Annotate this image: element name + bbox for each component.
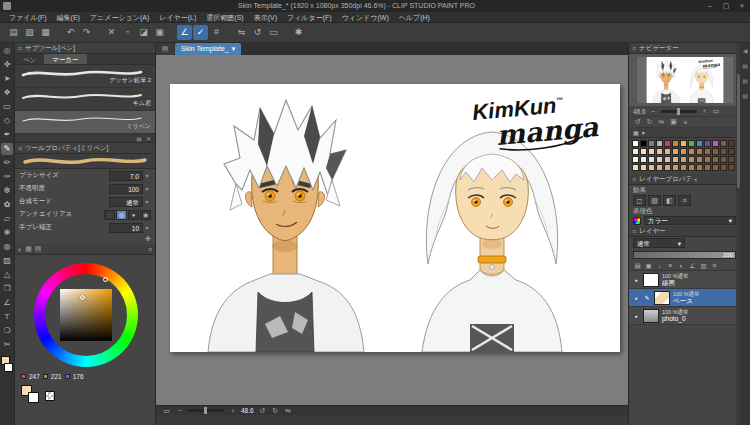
menu-item-5[interactable]: 表示(V)	[249, 12, 282, 23]
panel-menu-icon[interactable]: ≡	[148, 246, 152, 253]
color-swatch-30[interactable]	[664, 156, 671, 163]
color-swatch-20[interactable]	[688, 148, 695, 155]
menu-item-4[interactable]: 選択範囲(S)	[201, 12, 248, 23]
invert-selection-button[interactable]: ◪	[136, 25, 151, 40]
zoom-in-icon[interactable]: ＋	[700, 106, 709, 116]
sub-color-swatch[interactable]	[4, 363, 13, 372]
color-swatch-13[interactable]	[632, 148, 639, 155]
color-swatch-43[interactable]	[664, 164, 671, 171]
antialias-weak-button[interactable]: ◎	[116, 210, 127, 220]
expression-color-select[interactable]: カラー ▾	[644, 216, 736, 225]
color-swatch-48[interactable]	[704, 164, 711, 171]
color-slider-tab-icon[interactable]: ▤	[35, 245, 42, 253]
document-tab[interactable]: Skin Template_ ▾	[175, 43, 241, 55]
move-tool[interactable]: ✜	[1, 59, 13, 71]
flip-horizontal-icon[interactable]: ⇋	[284, 407, 293, 415]
color-swatch-14[interactable]	[640, 148, 647, 155]
color-swatch-38[interactable]	[728, 156, 735, 163]
panel-menu-icon[interactable]: ≡	[632, 45, 636, 52]
maximize-button[interactable]: ▢	[718, 0, 734, 12]
chevron-down-icon[interactable]: ▾	[143, 224, 151, 231]
fit-view-icon[interactable]: ▭	[162, 407, 171, 415]
menu-item-6[interactable]: フィルター(F)	[282, 12, 337, 23]
merge-down-icon[interactable]: ≡	[666, 261, 675, 270]
color-swatch-28[interactable]	[648, 156, 655, 163]
pencil-tool[interactable]: ✏	[1, 157, 13, 169]
navigator-thumbnail[interactable]	[637, 57, 733, 103]
menu-item-0[interactable]: ファイル(F)	[4, 12, 52, 23]
decoration-tool[interactable]: ✿	[1, 199, 13, 211]
flip-horizontal-icon[interactable]: ⇋	[657, 118, 666, 126]
reset-rotation-icon[interactable]: ×	[681, 119, 690, 126]
sv-marker[interactable]	[80, 295, 85, 300]
panel-menu-icon[interactable]: ≡	[18, 145, 22, 152]
pen-tool[interactable]: ✎	[1, 143, 13, 155]
opacity-value[interactable]: 100	[109, 184, 143, 194]
color-swatch-18[interactable]	[672, 148, 679, 155]
color-swatch-51[interactable]	[728, 164, 735, 171]
zoom-out-icon[interactable]: −	[175, 407, 184, 414]
border-effect-icon[interactable]: ◻	[633, 195, 646, 206]
flip-view-button[interactable]: ⇋	[234, 25, 249, 40]
zoom-slider[interactable]	[188, 409, 224, 412]
blend-tool[interactable]: ❋	[1, 227, 13, 239]
color-set-tab-icon[interactable]: ▦	[25, 245, 32, 253]
layer-move-tool[interactable]: ❖	[1, 87, 13, 99]
extract-line-effect-icon[interactable]: ≡	[678, 195, 691, 206]
transfer-down-icon[interactable]: ↓	[655, 261, 664, 270]
dock-collapse-icon[interactable]: ◀	[743, 47, 748, 54]
chevron-down-icon[interactable]: ▾	[143, 172, 151, 179]
wrench-icon[interactable]: ✚	[145, 235, 151, 243]
subtool-item[interactable]: デッサン鉛筆 2	[15, 65, 155, 88]
zoom-tool[interactable]: ◎	[1, 45, 13, 57]
color-swatch-15[interactable]	[648, 148, 655, 155]
menu-item-1[interactable]: 編集(E)	[52, 12, 85, 23]
color-swatch-35[interactable]	[704, 156, 711, 163]
color-swatch-10[interactable]	[712, 140, 719, 147]
open-file-button[interactable]: ▧	[22, 25, 37, 40]
reset-view-button[interactable]: ▭	[266, 25, 281, 40]
color-swatch-16[interactable]	[656, 148, 663, 155]
color-swatch-42[interactable]	[656, 164, 663, 171]
color-swatch-45[interactable]	[680, 164, 687, 171]
canvas-page[interactable]	[170, 84, 620, 352]
airbrush-tool[interactable]: ❆	[1, 185, 13, 197]
color-swatch-19[interactable]	[680, 148, 687, 155]
color-swatch-27[interactable]	[640, 156, 647, 163]
subtool-tab-1[interactable]: マーカー	[44, 54, 86, 64]
color-swatch-12[interactable]	[728, 140, 735, 147]
menu-item-7[interactable]: ウィンドウ(W)	[337, 12, 394, 23]
new-layer-icon[interactable]: ▤	[633, 261, 642, 270]
color-swatch-1[interactable]	[640, 140, 647, 147]
undo-button[interactable]: ↶	[63, 25, 78, 40]
object-tool[interactable]: ➤	[1, 73, 13, 85]
saturation-value-box[interactable]	[60, 289, 112, 341]
color-swatch-21[interactable]	[696, 148, 703, 155]
panel-menu-icon[interactable]: ≡	[632, 176, 636, 183]
layer-row[interactable]: ●✎100 %通常ベース	[629, 289, 740, 307]
canvas-area[interactable]	[156, 55, 628, 405]
chevron-down-icon[interactable]: ▾	[642, 129, 645, 136]
chevron-down-icon[interactable]: ▾	[143, 198, 151, 205]
color-swatch-39[interactable]	[632, 164, 639, 171]
color-swatch-7[interactable]	[688, 140, 695, 147]
text-tool[interactable]: T	[1, 311, 13, 323]
color-swatch-40[interactable]	[640, 164, 647, 171]
color-swatch-47[interactable]	[696, 164, 703, 171]
minimize-button[interactable]: –	[702, 0, 718, 12]
color-swatch-29[interactable]	[656, 156, 663, 163]
rotate-left-icon[interactable]: ↺	[258, 407, 267, 415]
color-wheel-tab-icon[interactable]: ◐	[18, 246, 22, 253]
selection-tool[interactable]: ▭	[1, 101, 13, 113]
color-swatch-3[interactable]	[656, 140, 663, 147]
color-swatch-24[interactable]	[720, 148, 727, 155]
subtool-tab-0[interactable]: ペン	[15, 54, 44, 64]
color-swatch-5[interactable]	[672, 140, 679, 147]
selection-border-button[interactable]: ▣	[152, 25, 167, 40]
brush-size-value[interactable]: 7.0	[109, 171, 143, 181]
sub-color-swatch[interactable]	[28, 392, 39, 403]
menu-item-3[interactable]: レイヤー(L)	[154, 12, 201, 23]
color-swatch-34[interactable]	[696, 156, 703, 163]
fit-view-icon[interactable]: ▭	[712, 107, 721, 115]
menu-item-8[interactable]: ヘルプ(H)	[394, 12, 435, 23]
